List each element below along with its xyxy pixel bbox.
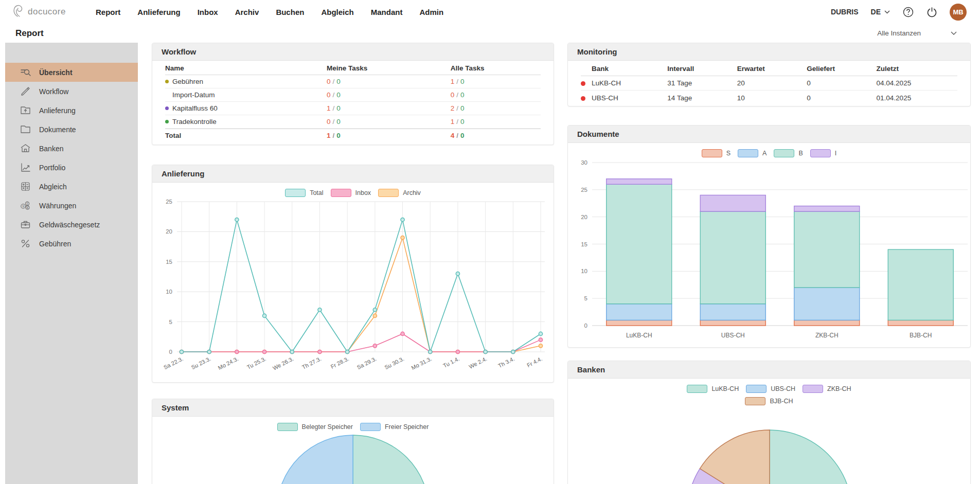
legend-item[interactable]: A — [738, 149, 767, 157]
sidebar-item-label: Dokumente — [39, 126, 76, 134]
legend-item[interactable]: Freier Speicher — [360, 423, 429, 431]
sidebar-item-label: Anlieferung — [39, 106, 76, 115]
sidebar-item-label: Abgleich — [39, 183, 67, 191]
col-alle-tasks: Alle Tasks — [451, 64, 541, 72]
system-legend: Belegter SpeicherFreier Speicher — [152, 423, 554, 431]
pencil-icon — [20, 85, 31, 97]
nav-mandant[interactable]: Mandant — [371, 8, 403, 16]
workflow-row: Kapitalfluss 60 1/0 2/0 — [165, 102, 541, 115]
nav-admin[interactable]: Admin — [419, 8, 443, 16]
svg-text:Tu 25.3.: Tu 25.3. — [246, 355, 267, 370]
nav-archiv[interactable]: Archiv — [235, 8, 259, 16]
instance-filter-select[interactable]: Alle Instanzen — [877, 29, 957, 37]
workflow-panel: Workflow Name Meine Tasks Alle Tasks Geb… — [152, 43, 554, 145]
legend-item[interactable]: ZKB-CH — [803, 385, 851, 393]
dokumente-bar-chart: 051015202530LuKB-CHUBS-CHZKB-CHBJB-CH — [568, 158, 970, 344]
legend-swatch — [745, 397, 765, 405]
legend-label: Freier Speicher — [385, 423, 429, 431]
legend-label: Total — [310, 189, 323, 196]
legend-swatch — [687, 385, 707, 393]
sidebar-item-portfolio[interactable]: Portfolio — [5, 158, 138, 177]
legend-label: S — [726, 150, 730, 157]
workflow-row: Import-Datum 0/0 0/0 — [165, 88, 541, 102]
nav-report[interactable]: Report — [96, 8, 120, 16]
workflow-dot — [165, 106, 169, 110]
legend-item[interactable]: B — [774, 149, 803, 157]
logo-text: docucore — [28, 7, 66, 17]
sidebar-item-label: Gebühren — [39, 240, 71, 248]
legend-label: BJB-CH — [770, 398, 793, 405]
sidebar-item-geldwaeschegesetz[interactable]: Geldwäschegesetz — [5, 215, 138, 234]
workflow-dot — [165, 80, 169, 83]
svg-text:15: 15 — [581, 241, 587, 247]
power-icon[interactable] — [926, 6, 937, 17]
user-avatar[interactable]: MB — [950, 4, 967, 21]
app-logo[interactable]: docucore — [12, 4, 79, 20]
legend-item[interactable]: UBS-CH — [746, 385, 795, 393]
svg-text:UBS-CH: UBS-CH — [721, 332, 745, 339]
svg-text:10: 10 — [166, 289, 172, 295]
svg-text:0: 0 — [584, 322, 587, 329]
language-select[interactable]: DE — [871, 8, 890, 16]
legend-item[interactable]: Archiv — [378, 189, 421, 197]
svg-text:Sa 22.3.: Sa 22.3. — [163, 355, 184, 370]
sidebar: Übersicht Workflow Anlieferung Dokumente — [5, 43, 138, 484]
nav-abgleich[interactable]: Abgleich — [321, 8, 353, 16]
overview-icon — [20, 66, 31, 78]
svg-text:Su 23.3.: Su 23.3. — [190, 355, 212, 370]
legend-item[interactable]: Inbox — [331, 189, 371, 197]
svg-text:BJB-CH: BJB-CH — [910, 332, 932, 339]
sidebar-item-banken[interactable]: Banken — [5, 139, 138, 158]
sidebar-item-workflow[interactable]: Workflow — [5, 82, 138, 101]
sidebar-item-label: Währungen — [39, 202, 76, 210]
sidebar-item-gebuehren[interactable]: Gebühren — [5, 234, 138, 253]
legend-swatch — [360, 423, 381, 431]
nav-anlieferung[interactable]: Anlieferung — [137, 8, 180, 16]
sidebar-item-abgleich[interactable]: Abgleich — [5, 177, 138, 196]
legend-item[interactable]: BJB-CH — [745, 397, 793, 405]
legend-item[interactable]: Total — [285, 189, 323, 197]
tenant-label: DUBRIS — [831, 8, 859, 16]
svg-text:We 2.4.: We 2.4. — [468, 355, 488, 370]
chevron-down-icon — [951, 31, 957, 35]
legend-item[interactable]: LuKB-CH — [687, 385, 739, 393]
system-panel: System Belegter SpeicherFreier Speicher — [152, 399, 554, 484]
workflow-row: Gebühren 0/0 1/0 — [165, 75, 541, 88]
folder-icon — [20, 123, 31, 135]
help-icon[interactable] — [902, 6, 914, 17]
legend-label: A — [762, 150, 767, 157]
svg-text:$: $ — [22, 205, 24, 208]
sidebar-item-uebersicht[interactable]: Übersicht — [5, 63, 138, 82]
svg-text:20: 20 — [581, 214, 587, 220]
instance-filter-value: Alle Instanzen — [877, 29, 921, 37]
svg-text:20: 20 — [166, 228, 172, 235]
workflow-table-header: Name Meine Tasks Alle Tasks — [165, 62, 541, 75]
svg-text:Sa 29.3.: Sa 29.3. — [356, 355, 378, 370]
currencies-icon: $ £ € — [20, 200, 31, 211]
sidebar-item-dokumente[interactable]: Dokumente — [5, 120, 138, 139]
anlieferung-panel-title: Anlieferung — [152, 165, 554, 183]
monitoring-table-header: Bank Intervall Erwartet Geliefert Zuletz… — [581, 62, 957, 76]
legend-item[interactable]: Belegter Speicher — [277, 423, 353, 431]
title-row: Report Alle Instanzen — [0, 24, 980, 43]
legend-swatch — [738, 149, 758, 157]
svg-text:Fr 4.4.: Fr 4.4. — [526, 355, 543, 368]
svg-text:25: 25 — [166, 199, 172, 205]
sidebar-item-anlieferung[interactable]: Anlieferung — [5, 101, 138, 120]
legend-swatch — [277, 423, 298, 431]
sidebar-item-waehrungen[interactable]: $ £ € Währungen — [5, 196, 138, 215]
nav-inbox[interactable]: Inbox — [198, 8, 218, 16]
col-meine-tasks: Meine Tasks — [327, 64, 451, 72]
nav-buchen[interactable]: Buchen — [276, 8, 304, 16]
bank-icon — [20, 142, 31, 154]
legend-item[interactable]: I — [810, 149, 836, 157]
upload-folder-icon — [20, 104, 31, 116]
status-dot — [581, 81, 585, 86]
monitoring-panel: Monitoring Bank Intervall Erwartet Gelie… — [567, 43, 971, 106]
banken-legend: LuKB-CHUBS-CHZKB-CHBJB-CH — [666, 385, 872, 405]
sidebar-item-label: Übersicht — [39, 68, 73, 77]
svg-text:Mo 31.3.: Mo 31.3. — [411, 355, 433, 371]
legend-item[interactable]: S — [702, 149, 730, 157]
legend-swatch — [285, 189, 306, 197]
legend-swatch — [774, 149, 794, 157]
